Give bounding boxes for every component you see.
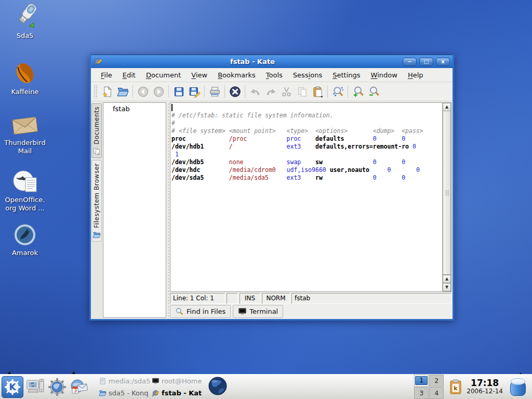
open-file-icon	[117, 86, 129, 98]
taskbar-task-root-home[interactable]: root@Home	[150, 375, 203, 387]
undo-icon	[249, 86, 261, 98]
new-document-button[interactable]	[99, 84, 115, 99]
desktop-icon-thunderbird[interactable]: Thunderbird Mail	[0, 113, 50, 155]
usb-drive-icon	[10, 3, 39, 30]
editor-content[interactable]: # /etc/fstab: static file system informa…	[170, 103, 442, 182]
document-list-item[interactable]: fstab	[113, 105, 166, 113]
tool-tab-terminal[interactable]: Terminal	[233, 305, 283, 318]
konqueror-launcher[interactable]	[46, 376, 68, 398]
status-bar: Line: 1 Col: 1 INS NORM fstab	[170, 293, 451, 304]
trash-icon[interactable]	[509, 377, 527, 397]
insert-mode-status: INS	[240, 293, 260, 304]
paste-button[interactable]	[310, 84, 325, 99]
menu-file[interactable]: File	[96, 69, 117, 81]
menu-document[interactable]: Document	[141, 69, 185, 81]
scroll-up-button[interactable]: ▲	[443, 103, 451, 111]
pager-desktop-2[interactable]: 2	[429, 375, 444, 387]
desktop-pager: 1234	[414, 375, 444, 399]
system-tray: k 17:18 2006-12-14	[449, 377, 529, 397]
tool-tab-find-in-files[interactable]: Find in Files	[170, 305, 231, 318]
scrollbar-thumb[interactable]	[443, 111, 451, 275]
undo-button[interactable]	[247, 84, 263, 99]
web-browser-launcher[interactable]	[207, 376, 228, 398]
scroll-down-button[interactable]: ▼	[443, 283, 451, 291]
tool-tab-label: Terminal	[249, 308, 278, 315]
vertical-scrollbar[interactable]: ▲ ▲ ▼	[442, 103, 451, 291]
print-button[interactable]	[207, 84, 222, 99]
klipper-icon[interactable]: k	[449, 379, 462, 395]
kate-app-icon	[94, 57, 102, 66]
task-label: sda5 - Konq	[109, 389, 149, 397]
text-editor[interactable]: # /etc/fstab: static file system informa…	[170, 103, 442, 291]
sidebar-tab-documents[interactable]: Documents	[91, 103, 102, 158]
titlebar[interactable]: fstab - Kate − □ x	[91, 55, 453, 68]
pager-desktop-3[interactable]: 3	[414, 387, 429, 399]
print-icon	[209, 86, 221, 98]
tool-tab-label: Find in Files	[187, 308, 225, 315]
menu-bar: FileEditDocumentViewBookmarksToolsSessio…	[91, 68, 453, 82]
kate-icon	[152, 389, 159, 397]
copy-button[interactable]	[294, 84, 310, 99]
desktop: { "colors": { "desktop_blue": "#2f5ab8",…	[0, 0, 532, 399]
openoffice-writer-icon	[10, 169, 40, 194]
sidebar-tab-column: Documents Filesystem Browser	[91, 102, 102, 319]
window-title: fstab - Kate	[102, 58, 403, 65]
search-icon	[175, 307, 184, 316]
document-icon	[99, 377, 107, 385]
forward-icon	[153, 86, 165, 98]
clock[interactable]: 17:18 2006-12-14	[467, 378, 503, 395]
splitter-handle[interactable]	[166, 102, 170, 319]
close-button[interactable]: x	[436, 58, 450, 66]
sidebar-tab-label: Filesystem Browser	[93, 163, 100, 228]
stop-button[interactable]	[227, 84, 243, 99]
desktop-icon-sda5[interactable]: Sda5	[0, 3, 50, 40]
sidebar-tab-filesystem-browser[interactable]: Filesystem Browser	[91, 160, 102, 242]
taskbar-task-media-sda5[interactable]: media:/sda5	[97, 375, 150, 387]
documents-icon	[92, 147, 101, 155]
menu-window[interactable]: Window	[366, 69, 402, 81]
desktop-icon-kaffeine[interactable]: Kaffeine	[0, 60, 50, 96]
menu-tools[interactable]: Tools	[261, 69, 287, 81]
menu-settings[interactable]: Settings	[328, 69, 365, 81]
kontact-launcher[interactable]: 3	[68, 376, 90, 398]
menu-view[interactable]: View	[187, 69, 212, 81]
zoom-out-button[interactable]	[366, 84, 381, 99]
copy-icon	[296, 86, 308, 98]
scroll-up-button-2[interactable]: ▲	[443, 275, 451, 283]
task-label: root@Home	[162, 377, 202, 385]
menu-edit[interactable]: Edit	[118, 69, 140, 81]
editor-column: # /etc/fstab: static file system informa…	[170, 102, 451, 319]
clock-date: 2006-12-14	[467, 388, 503, 395]
folder-icon	[99, 389, 107, 397]
find-icon	[332, 86, 344, 98]
pager-desktop-4[interactable]: 4	[429, 387, 444, 399]
menu-bookmarks[interactable]: Bookmarks	[213, 69, 260, 81]
save-button[interactable]	[171, 84, 187, 99]
desktop-icon-openoffice[interactable]: OpenOffice. org Word ...	[0, 169, 50, 212]
find-button[interactable]	[330, 84, 345, 99]
pager-desktop-1[interactable]: 1	[414, 375, 429, 387]
kmenu-button[interactable]: K	[2, 376, 23, 398]
menu-sessions[interactable]: Sessions	[288, 69, 327, 81]
document-name-status: fstab	[291, 293, 451, 304]
zoom-in-button[interactable]	[350, 84, 366, 99]
cut-button[interactable]	[278, 84, 294, 99]
redo-button[interactable]	[263, 84, 278, 99]
document-list[interactable]: fstab	[103, 102, 166, 318]
redo-icon	[265, 86, 277, 98]
menu-help[interactable]: Help	[403, 69, 428, 81]
toolbar-handle[interactable]	[94, 85, 98, 98]
taskbar-task-fstab-kat[interactable]: fstab - Kat	[150, 387, 203, 399]
back-button[interactable]	[135, 84, 151, 99]
kde-logo-icon: K	[4, 378, 21, 396]
desktop-icon-amarok[interactable]: Amarok	[0, 222, 50, 257]
system-launcher[interactable]	[24, 376, 46, 398]
maximize-button[interactable]: □	[419, 58, 433, 66]
folder-open-icon	[92, 231, 101, 239]
taskbar-task-sda5-konq[interactable]: sda5 - Konq	[97, 387, 150, 399]
save-as-button[interactable]	[187, 84, 202, 99]
konqueror-gear-globe-icon	[47, 377, 67, 397]
minimize-button[interactable]: −	[403, 58, 417, 66]
forward-button[interactable]	[151, 84, 166, 99]
open-file-button[interactable]	[115, 84, 130, 99]
